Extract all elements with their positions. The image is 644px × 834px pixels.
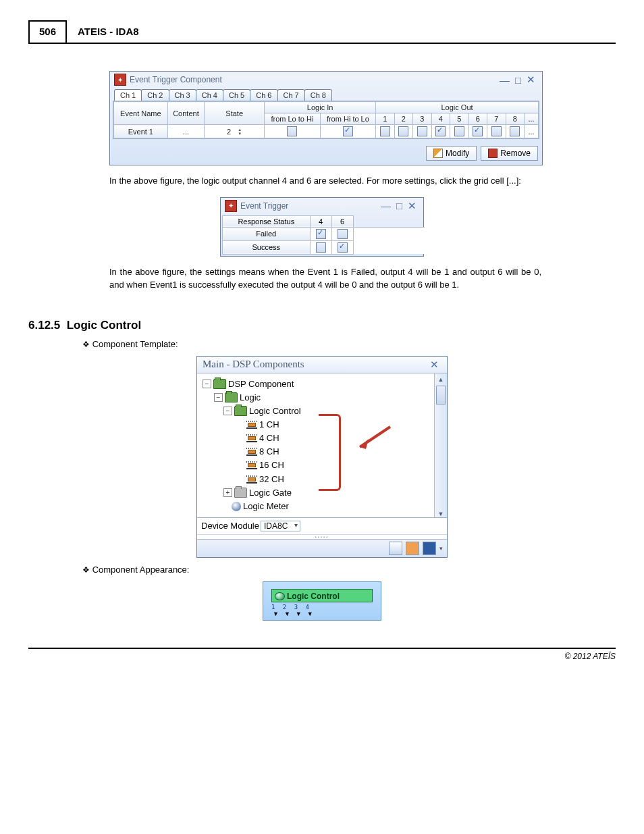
folder-icon bbox=[213, 379, 226, 389]
pencil-icon bbox=[433, 149, 443, 158]
tab-ch3[interactable]: Ch 3 bbox=[169, 89, 196, 101]
cell-out7[interactable] bbox=[487, 125, 506, 138]
scroll-up-icon[interactable]: ▲ bbox=[438, 376, 444, 383]
cell-event-name: Event 1 bbox=[114, 125, 168, 138]
cell-state[interactable]: 2▲▼ bbox=[205, 125, 265, 138]
col-state: State bbox=[205, 102, 265, 125]
cell-out3[interactable] bbox=[413, 125, 432, 138]
component-icon[interactable] bbox=[406, 542, 419, 555]
tree-logic[interactable]: Logic bbox=[240, 391, 261, 405]
cell-out2[interactable] bbox=[394, 125, 413, 138]
app-icon: ✦ bbox=[114, 74, 126, 86]
col-4: 4 bbox=[310, 215, 331, 227]
modify-button[interactable]: Modify bbox=[426, 146, 477, 161]
window-title: Event Trigger Component bbox=[130, 75, 222, 84]
tree-32ch[interactable]: 32 CH bbox=[259, 473, 284, 486]
remove-icon bbox=[488, 149, 498, 158]
cell-out4[interactable] bbox=[431, 125, 450, 138]
cell-out1[interactable] bbox=[376, 125, 395, 138]
minimize-button[interactable]: — bbox=[497, 74, 512, 86]
channel-tabs: Ch 1 Ch 2 Ch 3 Ch 4 Ch 5 Ch 6 Ch 7 Ch 8 bbox=[110, 88, 542, 101]
tree-logic-control[interactable]: Logic Control bbox=[249, 405, 301, 418]
component-tree[interactable]: −DSP Component −Logic −Logic Control 1 C… bbox=[197, 373, 434, 517]
scroll-down-icon[interactable]: ▼ bbox=[438, 511, 444, 517]
col-out8: 8 bbox=[506, 113, 525, 125]
close-button[interactable]: ✕ bbox=[524, 74, 538, 86]
maximize-button[interactable]: □ bbox=[394, 200, 405, 211]
red-arrow-annotation bbox=[350, 423, 397, 461]
logic-control-component[interactable]: Logic Control bbox=[271, 589, 373, 602]
cell-lo-hi[interactable] bbox=[265, 125, 320, 138]
tab-ch5[interactable]: Ch 5 bbox=[223, 89, 250, 101]
page-number: 506 bbox=[28, 20, 67, 43]
cell-success-4[interactable] bbox=[310, 240, 331, 254]
tree-1ch[interactable]: 1 CH bbox=[259, 418, 279, 432]
folder-icon bbox=[234, 406, 247, 416]
cell-out-more[interactable]: ... bbox=[525, 125, 539, 138]
paragraph-2: In the above figure, the settings means … bbox=[109, 266, 541, 292]
cell-content[interactable]: ... bbox=[167, 125, 204, 138]
bullet-template: ❖ Component Template: bbox=[82, 339, 616, 349]
collapse-icon[interactable]: − bbox=[203, 380, 211, 388]
chat-icon[interactable] bbox=[423, 542, 436, 555]
tree-16ch[interactable]: 16 CH bbox=[259, 459, 284, 472]
tree-dsp-component[interactable]: DSP Component bbox=[228, 377, 294, 391]
cell-out8[interactable] bbox=[506, 125, 525, 138]
col-content: Content bbox=[167, 102, 204, 125]
tab-ch2[interactable]: Ch 2 bbox=[141, 89, 169, 101]
tree-4ch[interactable]: 4 CH bbox=[259, 432, 279, 445]
cell-success-6[interactable] bbox=[331, 240, 353, 254]
splitter-handle[interactable]: ••••• bbox=[197, 534, 447, 539]
tree-logic-meter[interactable]: Logic Meter bbox=[243, 500, 289, 513]
paragraph-1: In the above figure, the logic output ch… bbox=[109, 175, 541, 188]
spin-down-icon[interactable]: ▼ bbox=[238, 132, 242, 136]
chip-icon bbox=[246, 421, 257, 429]
chip-icon bbox=[246, 461, 257, 469]
cell-failed-label: Failed bbox=[223, 227, 311, 240]
meter-icon bbox=[232, 502, 241, 511]
cell-out5[interactable] bbox=[450, 125, 469, 138]
tab-ch6[interactable]: Ch 6 bbox=[250, 89, 277, 101]
tree-logic-gate[interactable]: Logic Gate bbox=[249, 486, 292, 500]
list-view-icon[interactable] bbox=[389, 542, 402, 555]
window-title: Main - DSP Components bbox=[203, 359, 304, 370]
tab-ch4[interactable]: Ch 4 bbox=[196, 89, 223, 101]
col-response-status: Response Status bbox=[223, 215, 311, 227]
col-hi-lo: from Hi to Lo bbox=[320, 113, 375, 125]
col-logic-in: Logic In bbox=[265, 102, 376, 113]
component-appearance-box: Logic Control 1 2 3 4 ▼▼▼▼ bbox=[263, 581, 381, 621]
col-logic-out: Logic Out bbox=[376, 102, 539, 113]
channel-numbers: 1 2 3 4 bbox=[271, 604, 373, 610]
tab-ch1[interactable]: Ch 1 bbox=[114, 89, 142, 101]
cell-failed-4[interactable] bbox=[310, 227, 331, 240]
scrollbar[interactable]: ▲ ▼ bbox=[434, 373, 447, 517]
col-out3: 3 bbox=[413, 113, 432, 125]
event-grid: Event Name Content State Logic In Logic … bbox=[113, 101, 539, 139]
device-module-row: Device Module IDA8C bbox=[197, 517, 447, 534]
cell-failed-6[interactable] bbox=[331, 227, 353, 240]
tab-ch7[interactable]: Ch 7 bbox=[277, 89, 305, 101]
response-grid: Response Status 4 6 Failed Success bbox=[221, 215, 423, 255]
cell-success-label: Success bbox=[223, 240, 311, 254]
chip-icon bbox=[246, 475, 257, 484]
device-module-dropdown[interactable]: IDA8C bbox=[261, 521, 300, 531]
collapse-icon[interactable]: − bbox=[223, 407, 232, 415]
cell-hi-lo[interactable] bbox=[320, 125, 375, 138]
dropdown-arrow-icon[interactable]: ▾ bbox=[439, 545, 443, 552]
collapse-icon[interactable]: − bbox=[214, 393, 223, 402]
expand-icon[interactable]: + bbox=[223, 488, 232, 497]
page-header: 506 ATEIS - IDA8 bbox=[28, 20, 616, 44]
minimize-button[interactable]: — bbox=[378, 200, 394, 211]
cell-out6[interactable] bbox=[468, 125, 487, 138]
event-row: Event 1 ... 2▲▼ ... bbox=[114, 125, 539, 138]
col-out-more: ... bbox=[525, 113, 539, 125]
scroll-thumb[interactable] bbox=[436, 386, 446, 405]
toolbar-icons: ▾ bbox=[197, 539, 447, 557]
maximize-button[interactable]: □ bbox=[512, 74, 524, 86]
close-button[interactable]: ✕ bbox=[427, 359, 441, 371]
remove-button[interactable]: Remove bbox=[481, 146, 538, 161]
close-button[interactable]: ✕ bbox=[405, 200, 419, 212]
tree-8ch[interactable]: 8 CH bbox=[259, 445, 279, 459]
event-trigger-window: ✦ Event Trigger — □ ✕ Response Status 4 … bbox=[220, 197, 424, 257]
tab-ch8[interactable]: Ch 8 bbox=[304, 89, 332, 101]
